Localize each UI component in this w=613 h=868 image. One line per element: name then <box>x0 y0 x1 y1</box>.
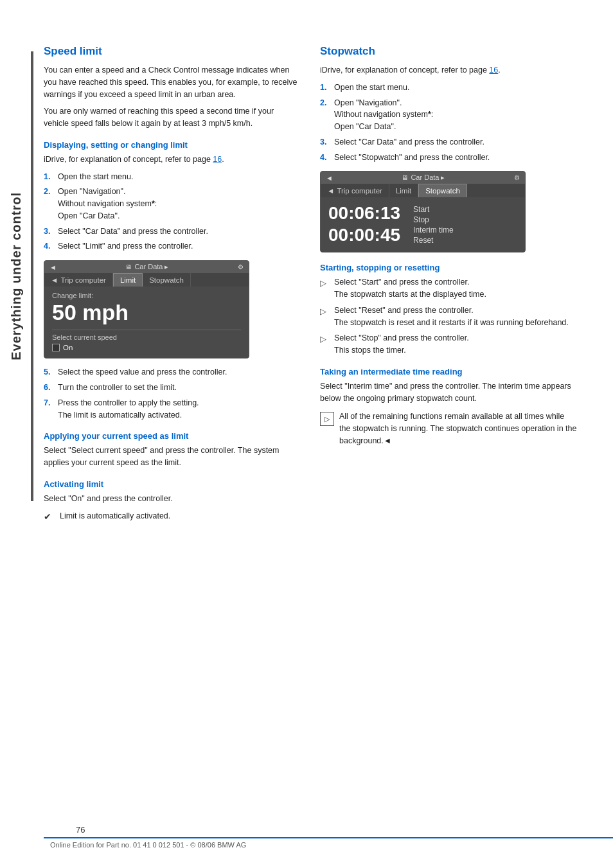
starting-stopping-list: ▷ Select "Start" and press the controlle… <box>320 276 577 357</box>
step-text: Press the controller to apply the settin… <box>58 397 199 421</box>
settings-icon: ⚙ <box>238 263 244 270</box>
note-box: All of the remaining functions remain av… <box>320 411 577 447</box>
limit-tab-right[interactable]: Limit <box>389 184 418 197</box>
applying-speed-title: Applying your current speed as limit <box>44 431 301 441</box>
bullet-text: Select "Reset" and press the controller.… <box>334 305 569 329</box>
speed-limit-intro2: You are only warned of reaching this spe… <box>44 105 301 130</box>
step-text: Select "Car Data" and press the controll… <box>334 136 484 148</box>
stopwatch-intro: iDrive, for explanation of concept, refe… <box>320 64 577 76</box>
interim-time-text: Select "Interim time" and press the cont… <box>320 380 577 405</box>
note-triangle-icon <box>320 412 334 426</box>
bullet-text: Select "Start" and press the controller.… <box>334 276 486 301</box>
list-item: ▷ Select "Reset" and press the controlle… <box>320 305 577 329</box>
speed-limit-title: Speed limit <box>44 45 301 58</box>
trip-computer-tab[interactable]: ◄ Trip computer <box>44 273 113 287</box>
page-footer: 76 Online Edition for Part no. 01 41 0 0… <box>0 825 613 849</box>
tab-label: Limit <box>120 276 136 284</box>
checkmark-note-text: Limit is automatically activated. <box>60 510 170 522</box>
on-row: On <box>52 344 241 351</box>
displaying-intro-text: iDrive, for explanation of concept, refe… <box>44 155 211 164</box>
page-number: 76 <box>44 825 85 835</box>
step-text: Open the start menu. <box>58 171 133 183</box>
step-num: 4. <box>320 152 329 164</box>
stopwatch-steps-list: 1. Open the start menu. 2. Open "Navigat… <box>320 82 577 164</box>
step-text: Open "Navigation".Without navigation sys… <box>58 186 157 222</box>
stopwatch-page-link[interactable]: 16 <box>489 66 498 75</box>
stopwatch-controls: Start Stop Interim time Reset <box>413 202 454 245</box>
step-text: Select "Car Data" and press the controll… <box>58 226 208 238</box>
list-item: 2. Open "Navigation".Without navigation … <box>44 186 301 222</box>
checkmark-note: ✔ Limit is automatically activated. <box>44 510 301 524</box>
step-text: Open "Navigation".Without navigation sys… <box>334 97 433 133</box>
sidebar-label-text: Everything under control <box>9 192 24 360</box>
list-item: 3. Select "Car Data" and press the contr… <box>320 136 577 148</box>
main-content: Speed limit You can enter a speed and a … <box>44 45 600 524</box>
step-num: 1. <box>320 82 329 94</box>
list-item: 5. Select the speed value and press the … <box>44 366 301 378</box>
list-item: 1. Open the start menu. <box>320 82 577 94</box>
interim-time-label: Interim time <box>413 226 454 235</box>
checkbox-icon[interactable] <box>52 344 60 351</box>
displaying-page-link[interactable]: 16 <box>213 155 222 164</box>
footer-text: Online Edition for Part no. 01 41 0 012 … <box>44 841 246 849</box>
bullet-text: Select "Stop" and press the controller.T… <box>334 332 469 357</box>
title-text: Car Data ▸ <box>134 263 168 271</box>
tab-label: Trip computer <box>337 187 382 195</box>
bullet-arrow: ▷ <box>320 305 329 329</box>
step-num: 3. <box>320 136 329 148</box>
reset-label: Reset <box>413 236 454 245</box>
starting-stopping-title: Starting, stopping or resetting <box>320 263 577 272</box>
step-num: 5. <box>44 366 53 378</box>
step-text: Open the start menu. <box>334 82 409 94</box>
tab-label: Trip computer <box>60 276 106 284</box>
step-num: 4. <box>44 240 53 252</box>
title-center: 🖥 Car Data ▸ <box>125 263 168 271</box>
step-num: 3. <box>44 226 53 238</box>
displaying-title: Displaying, setting or changing limit <box>44 140 301 150</box>
left-column: Speed limit You can enter a speed and a … <box>44 45 301 524</box>
tab-label: Stopwatch <box>149 276 184 284</box>
list-item: 4. Select "Stopwatch" and press the cont… <box>320 152 577 164</box>
bullet-arrow: ▷ <box>320 333 329 357</box>
stopwatch-body: 00:06:13 00:00:45 Start Stop Interim tim… <box>321 197 525 252</box>
step-text: Select "Limit" and press the controller. <box>58 240 193 252</box>
car-data-widget-left: ◄ 🖥 Car Data ▸ ⚙ ◄ Trip computer Limit <box>44 260 249 359</box>
title-bar-left-arrow: ◄ <box>49 263 57 271</box>
widget-right-tabs: ◄ Trip computer Limit Stopwatch <box>321 184 525 197</box>
list-item: 4. Select "Limit" and press the controll… <box>44 240 301 252</box>
limit-tab[interactable]: Limit <box>113 273 143 287</box>
steps-list-1: 1. Open the start menu. 2. Open "Navigat… <box>44 171 301 253</box>
bullet-arrow: ▷ <box>320 277 329 301</box>
screen-icon: 🖥 <box>402 174 408 181</box>
step-num: 6. <box>44 382 53 394</box>
stopwatch-title: Stopwatch <box>320 45 577 58</box>
stopwatch-intro-text: iDrive, for explanation of concept, refe… <box>320 66 487 75</box>
interim-time-title: Taking an intermediate time reading <box>320 367 577 376</box>
list-item: 7. Press the controller to apply the set… <box>44 397 301 421</box>
applying-speed-text: Select "Select current speed" and press … <box>44 445 301 469</box>
sidebar-label: Everything under control <box>0 51 32 501</box>
tab-arrow: ◄ <box>51 276 58 284</box>
settings-icon: ⚙ <box>514 174 520 181</box>
list-item: ▷ Select "Start" and press the controlle… <box>320 276 577 301</box>
stopwatch-times: 00:06:13 00:00:45 <box>328 202 400 245</box>
list-item: ▷ Select "Stop" and press the controller… <box>320 332 577 357</box>
step-num: 7. <box>44 397 53 421</box>
stopwatch-tab[interactable]: Stopwatch <box>143 273 191 287</box>
select-current-speed: Select current speed <box>52 330 241 341</box>
screen-icon: 🖥 <box>125 263 132 270</box>
on-label: On <box>63 344 73 351</box>
stopwatch-time1: 00:06:13 <box>328 202 400 224</box>
title-center: 🖥 Car Data ▸ <box>402 173 445 182</box>
activating-limit-text: Select "On" and press the controller. <box>44 493 301 505</box>
speed-limit-intro1: You can enter a speed and a Check Contro… <box>44 64 301 100</box>
stopwatch-tab-right[interactable]: Stopwatch <box>418 184 467 197</box>
trip-computer-tab-right[interactable]: ◄ Trip computer <box>321 184 389 197</box>
step-text: Select the speed value and press the con… <box>58 366 227 378</box>
activating-limit-title: Activating limit <box>44 479 301 489</box>
widget-body: Change limit: 50 mph Select current spee… <box>44 287 249 358</box>
step-num: 1. <box>44 171 53 183</box>
list-item: 2. Open "Navigation".Without navigation … <box>320 97 577 133</box>
stopwatch-time2: 00:00:45 <box>328 224 400 246</box>
stop-label: Stop <box>413 215 454 224</box>
